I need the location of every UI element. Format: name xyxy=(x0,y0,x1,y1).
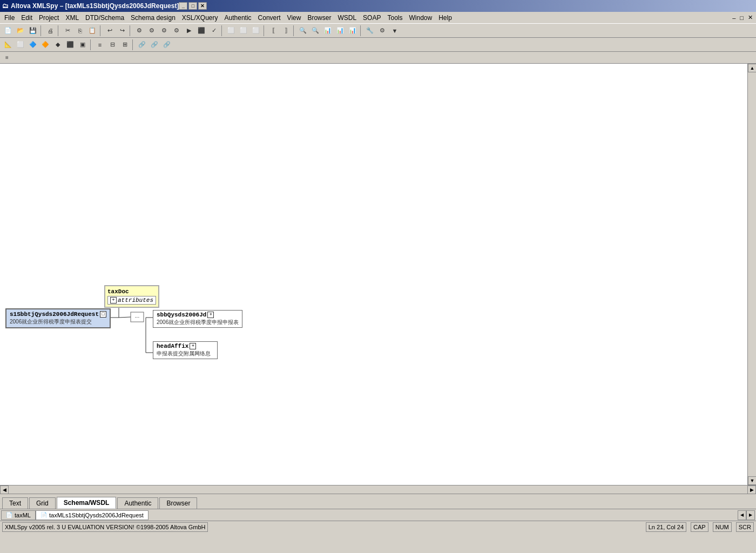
tb9[interactable]: ⚙ xyxy=(158,25,170,37)
new-btn[interactable]: 📄 xyxy=(2,25,14,37)
child0-expand[interactable]: + xyxy=(207,312,214,318)
tb21[interactable]: 📊 xyxy=(322,25,334,37)
file-icon-1: 📄 xyxy=(40,512,47,518)
tb18[interactable]: ⟧ xyxy=(280,25,292,37)
menu-dtd[interactable]: DTD/Schema xyxy=(82,13,127,23)
tb22[interactable]: 📊 xyxy=(334,25,346,37)
menu-convert[interactable]: Convert xyxy=(255,13,284,23)
save-btn[interactable]: 💾 xyxy=(27,25,39,37)
tab-grid[interactable]: Grid xyxy=(29,497,56,509)
schema-btn1[interactable]: 📐 xyxy=(2,39,14,51)
menu-tools[interactable]: Tools xyxy=(384,13,406,23)
tb12[interactable]: ⬛ xyxy=(195,25,207,37)
menu-soap[interactable]: SOAP xyxy=(360,13,384,23)
schema-btn13[interactable]: 🔗 xyxy=(161,39,173,51)
root-node[interactable]: s1SbbtjQysds2006JdRequest □ 2006就企业所得税季度… xyxy=(5,308,111,328)
menu-view[interactable]: View xyxy=(284,13,305,23)
scroll-right-btn[interactable]: ▶ xyxy=(747,485,756,494)
file-tab-label-0: taxML xyxy=(15,512,31,518)
menu-help[interactable]: Help xyxy=(435,13,455,23)
tb20[interactable]: 🔍 xyxy=(309,25,321,37)
title-bar: 🗂 Altova XMLSpy – [taxMLs1SbbtjQysds2006… xyxy=(0,0,756,12)
copy-btn[interactable]: ⎘ xyxy=(74,25,86,37)
schema-btn9[interactable]: ⊟ xyxy=(106,39,118,51)
file-tabs-scroll-right[interactable]: ▶ xyxy=(746,510,755,520)
menu-xsl[interactable]: XSL/XQuery xyxy=(179,13,221,23)
schema-btn6[interactable]: ⬛ xyxy=(64,39,76,51)
tb7[interactable]: ⚙ xyxy=(133,25,145,37)
minimize-btn[interactable]: _ xyxy=(179,2,187,10)
tab-browser[interactable]: Browser xyxy=(159,497,197,509)
taxdoc-node[interactable]: taxDoc + attributes xyxy=(104,285,159,308)
tb24[interactable]: 🔧 xyxy=(364,25,376,37)
scroll-left-btn[interactable]: ◀ xyxy=(0,485,9,494)
print-btn[interactable]: 🖨 xyxy=(44,25,56,37)
status-bar: XMLSpy v2005 rel. 3 U EVALUATION VERSION… xyxy=(0,521,756,532)
menu-browser[interactable]: Browser xyxy=(304,13,334,23)
root-expand-btn[interactable]: □ xyxy=(100,311,106,318)
attributes-node[interactable]: + attributes xyxy=(107,296,156,305)
schema-btn3[interactable]: 🔷 xyxy=(27,39,39,51)
scroll-track-v[interactable] xyxy=(748,72,756,476)
file-tab-label-1: taxMLs1SbbtjQysds2006JdRequest xyxy=(49,512,144,518)
menu-edit[interactable]: Edit xyxy=(18,13,36,23)
tb17[interactable]: ⟦ xyxy=(267,25,279,37)
schema-btn10[interactable]: ⊞ xyxy=(119,39,131,51)
tab-authentic[interactable]: Authentic xyxy=(117,497,158,509)
tb14[interactable]: ⬜ xyxy=(225,25,237,37)
schema-btn12[interactable]: 🔗 xyxy=(148,39,160,51)
paste-btn[interactable]: 📋 xyxy=(86,25,98,37)
schema-btn4[interactable]: 🔶 xyxy=(39,39,51,51)
caps-text: CAP xyxy=(693,524,706,530)
maximize-btn[interactable]: □ xyxy=(188,2,197,10)
file-tab-0[interactable]: 📄 taxML xyxy=(1,510,36,520)
menu-authentic[interactable]: Authentic xyxy=(221,13,255,23)
menu-xml[interactable]: XML xyxy=(62,13,82,23)
scroll-track-h[interactable] xyxy=(9,485,747,494)
tb10[interactable]: ⚙ xyxy=(171,25,183,37)
menu-wsdl[interactable]: WSDL xyxy=(334,13,360,23)
tb23[interactable]: 📊 xyxy=(347,25,359,37)
tb8[interactable]: ⚙ xyxy=(146,25,158,37)
tb25[interactable]: ⚙ xyxy=(376,25,388,37)
app-icon: 🗂 xyxy=(2,2,9,10)
redo-btn[interactable]: ↪ xyxy=(116,25,128,37)
menu-project[interactable]: Project xyxy=(36,13,62,23)
file-tab-1[interactable]: 📄 taxMLs1SbbtjQysds2006JdRequest xyxy=(36,510,148,520)
child-node-1[interactable]: headAffix + 申报表提交附属网络息 xyxy=(153,341,218,359)
menu-schema[interactable]: Schema design xyxy=(127,13,179,23)
sep1 xyxy=(40,25,43,36)
tb11[interactable]: ▶ xyxy=(183,25,195,37)
cut-btn[interactable]: ✂ xyxy=(62,25,73,37)
schema-btn7[interactable]: ▣ xyxy=(77,39,89,51)
tb13[interactable]: ✓ xyxy=(208,25,220,37)
schema-btn11[interactable]: 🔗 xyxy=(136,39,148,51)
schema-btn8[interactable]: ≡ xyxy=(94,39,106,51)
tb19[interactable]: 🔍 xyxy=(297,25,309,37)
child1-expand[interactable]: + xyxy=(190,343,196,349)
menu-file[interactable]: File xyxy=(1,13,18,23)
tab-text[interactable]: Text xyxy=(2,497,28,509)
sep7 xyxy=(293,25,295,36)
svg-line-9 xyxy=(119,317,131,318)
undo-btn[interactable]: ↩ xyxy=(104,25,116,37)
attrs-expand-btn[interactable]: + xyxy=(110,297,117,304)
schema-btn2[interactable]: ⬜ xyxy=(15,39,26,51)
tb26[interactable]: ▼ xyxy=(389,25,401,37)
schema-btn5[interactable]: ◆ xyxy=(52,39,64,51)
close-btn[interactable]: ✕ xyxy=(198,2,207,10)
tb15[interactable]: ⬜ xyxy=(238,25,249,37)
content-wrapper: ··· s1SbbtjQysds2006JdRequest □ 2006就企业所… xyxy=(0,64,756,485)
tb16[interactable]: ⬜ xyxy=(250,25,262,37)
app-close[interactable]: ✕ xyxy=(746,14,755,21)
scroll-up-btn[interactable]: ▲ xyxy=(748,64,756,72)
app-minimize[interactable]: – xyxy=(730,15,738,21)
scroll-down-btn[interactable]: ▼ xyxy=(748,476,756,485)
child-node-0[interactable]: sbbQysds2006Jd + 2006就企业所得税季度申报申报表 xyxy=(153,310,242,328)
menu-window[interactable]: Window xyxy=(406,13,435,23)
app-maximize[interactable]: □ xyxy=(738,15,746,21)
open-btn[interactable]: 📂 xyxy=(15,25,26,37)
extra-btn1[interactable]: ≡ xyxy=(2,53,12,63)
file-tabs-scroll-left[interactable]: ◀ xyxy=(738,510,746,520)
tab-schema[interactable]: Schema/WSDL xyxy=(57,497,117,509)
